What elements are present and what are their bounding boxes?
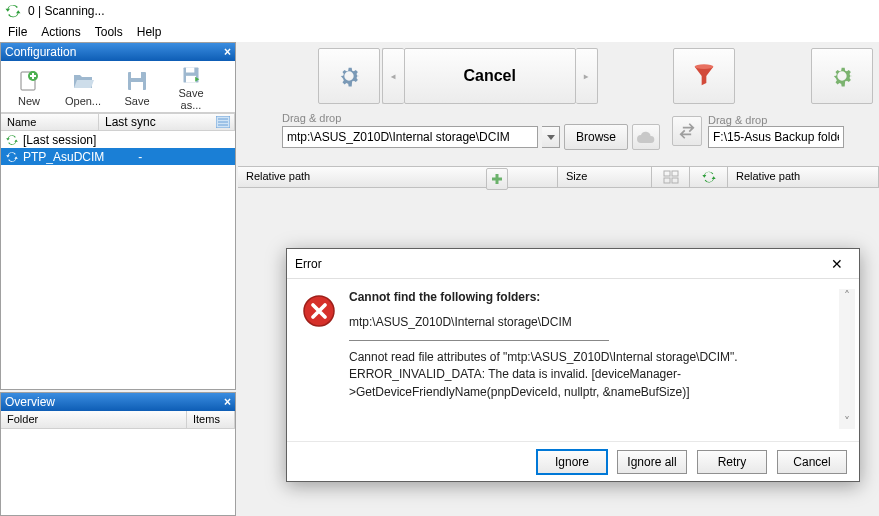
svg-rect-11 (672, 171, 678, 176)
overview-title: Overview (5, 395, 55, 409)
right-path-group: Drag & drop (708, 114, 844, 148)
col-last-sync[interactable]: Last sync (99, 114, 235, 130)
save-icon (125, 69, 149, 93)
sync-icon (701, 169, 717, 185)
col-action[interactable] (690, 167, 728, 187)
main-toolbar: ◂ Cancel ▸ (238, 42, 879, 104)
open-button[interactable]: Open... (59, 65, 107, 111)
configuration-panel: Configuration × New Open... Save Save as… (0, 42, 236, 390)
configuration-header: Configuration × (1, 43, 235, 61)
cloud-icon (637, 131, 655, 143)
col-folder[interactable]: Folder (1, 411, 187, 428)
svg-rect-7 (186, 76, 196, 83)
app-icon (4, 2, 22, 20)
dialog-cancel-button[interactable]: Cancel (777, 450, 847, 474)
menubar: File Actions Tools Help (0, 22, 879, 42)
config-row-ptp-asudcim[interactable]: PTP_AsuDCIM - (1, 148, 235, 165)
error-icon (301, 293, 337, 329)
error-body: Cannot find the following folders: mtp:\… (287, 279, 859, 441)
right-path-hint: Drag & drop (708, 114, 844, 126)
overview-panel: Overview × Folder Items (0, 392, 236, 516)
chevron-down-icon (547, 135, 555, 140)
window-title: 0 | Scanning... (28, 4, 105, 18)
left-path-input[interactable] (282, 126, 538, 148)
error-buttons: Ignore Ignore all Retry Cancel (287, 441, 859, 481)
configuration-list[interactable]: [Last session] PTP_AsuDCIM - (1, 131, 235, 383)
ignore-all-button[interactable]: Ignore all (617, 450, 687, 474)
svg-point-9 (695, 64, 714, 69)
error-dialog: Error ✕ Cannot find the following folder… (286, 248, 860, 482)
overview-close-icon[interactable]: × (224, 395, 231, 409)
scroll-up-icon[interactable]: ˄ (844, 289, 850, 303)
sync-icon (5, 150, 19, 164)
overview-header: Overview × (1, 393, 235, 411)
menu-help[interactable]: Help (137, 25, 162, 39)
left-browse-button[interactable]: Browse (564, 124, 628, 150)
titlebar: 0 | Scanning... (0, 0, 879, 22)
swap-sides-button[interactable] (672, 116, 702, 146)
left-path-hint: Drag & drop (282, 112, 660, 124)
save-as-icon (179, 65, 203, 85)
right-path-input[interactable] (708, 126, 844, 148)
new-button[interactable]: New (5, 65, 53, 111)
col-name[interactable]: Name (1, 114, 99, 130)
add-folder-pair-button[interactable] (486, 168, 508, 190)
cloud-storage-button[interactable] (632, 124, 660, 150)
ignore-button[interactable]: Ignore (537, 450, 607, 474)
cancel-prev-button[interactable]: ◂ (382, 48, 404, 104)
grid-header: Relative path Size Relative path (238, 166, 879, 188)
retry-button[interactable]: Retry (697, 450, 767, 474)
menu-tools[interactable]: Tools (95, 25, 123, 39)
configuration-columns: Name Last sync (1, 113, 235, 131)
error-close-button[interactable]: ✕ (823, 254, 851, 274)
col-size[interactable]: Size (558, 167, 652, 187)
left-path-group: Drag & drop Browse (282, 112, 660, 150)
error-title: Error (295, 257, 322, 271)
open-icon (71, 69, 95, 93)
col-relative-path-right[interactable]: Relative path (728, 167, 879, 187)
funnel-icon (690, 62, 718, 90)
cancel-group: ◂ Cancel ▸ (382, 48, 598, 104)
category-icon (663, 170, 679, 184)
configuration-title: Configuration (5, 45, 76, 59)
save-as-button[interactable]: Save as... (167, 65, 215, 111)
cancel-button[interactable]: Cancel (404, 48, 576, 104)
col-items[interactable]: Items (187, 411, 235, 428)
error-message: Cannot find the following folders: mtp:\… (349, 289, 845, 433)
sync-settings-button[interactable] (811, 48, 873, 104)
overview-columns: Folder Items (1, 411, 235, 429)
svg-rect-4 (131, 82, 143, 90)
compare-settings-button[interactable] (318, 48, 380, 104)
configuration-close-icon[interactable]: × (224, 45, 231, 59)
col-category[interactable] (652, 167, 690, 187)
svg-rect-13 (672, 178, 678, 183)
config-row-last-session[interactable]: [Last session] (1, 131, 235, 148)
separator (349, 340, 609, 341)
error-titlebar: Error ✕ (287, 249, 859, 279)
svg-rect-3 (131, 72, 141, 78)
filter-button[interactable] (673, 48, 735, 104)
new-icon (17, 69, 41, 93)
menu-actions[interactable]: Actions (41, 25, 80, 39)
swap-icon (677, 121, 697, 141)
save-button[interactable]: Save (113, 65, 161, 111)
svg-rect-12 (664, 178, 670, 183)
scroll-down-icon[interactable]: ˅ (844, 415, 850, 429)
gear-icon (335, 62, 363, 90)
sync-icon (5, 133, 19, 147)
menu-file[interactable]: File (8, 25, 27, 39)
svg-rect-6 (186, 68, 194, 73)
svg-rect-10 (664, 171, 670, 176)
col-relative-path-left[interactable]: Relative path (238, 167, 558, 187)
left-path-dropdown[interactable] (542, 126, 560, 148)
cancel-next-button[interactable]: ▸ (576, 48, 598, 104)
plus-icon (490, 172, 504, 186)
configuration-toolbar: New Open... Save Save as... (1, 61, 235, 113)
list-view-icon[interactable] (216, 116, 230, 128)
scrollbar[interactable]: ˄ ˅ (839, 289, 855, 429)
folder-pair-row: Drag & drop Browse Drag & drop (238, 110, 879, 152)
gear-icon (828, 62, 856, 90)
